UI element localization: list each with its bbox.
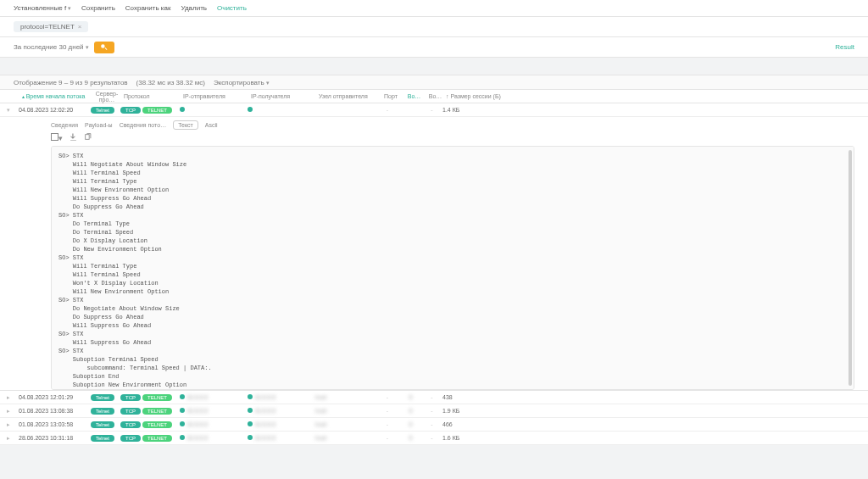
search-bar: За последние 30 дней Result bbox=[0, 37, 868, 58]
cell-server: Telnet bbox=[86, 107, 120, 114]
expand-icon[interactable]: ▸ bbox=[7, 394, 19, 401]
row-detail: Сведения Payload-ы Сведения пото… Текст … bbox=[0, 117, 868, 391]
cell-dst bbox=[248, 107, 315, 113]
col-src-ip[interactable]: IP-отправителя bbox=[183, 93, 251, 99]
view-toggle-icon[interactable]: ▾ bbox=[51, 133, 63, 142]
table-row[interactable]: ▸ 04.08.2023 12:01:29 Telnet TCPTELNET 1… bbox=[0, 391, 868, 404]
cell-size: 1.6 КБ bbox=[442, 435, 510, 441]
cell-time: 28.06.2023 10:31:18 bbox=[19, 435, 86, 441]
col-size[interactable]: ↑ Размер сессии (Б) bbox=[446, 93, 514, 99]
clear-button[interactable]: Очистить bbox=[217, 4, 247, 12]
result-summary: Отображение 9 – 9 из 9 результатов (38.3… bbox=[0, 75, 868, 90]
cell-out: - bbox=[421, 107, 442, 113]
col-endpoint[interactable]: Узел отправителя bbox=[319, 93, 378, 99]
filter-chip-label: protocol=TELNET bbox=[20, 23, 75, 31]
detail-tabs: Сведения Payload-ы Сведения пото… Текст … bbox=[51, 120, 854, 130]
download-icon[interactable] bbox=[70, 133, 77, 142]
detail-text[interactable]: SO> STX Will Negotiate About Window Size… bbox=[51, 146, 854, 390]
svg-rect-0 bbox=[86, 135, 90, 140]
cell-size: 1.9 КБ bbox=[442, 408, 510, 414]
table-row[interactable]: ▸ 28.06.2023 10:31:18 Telnet TCPTELNET 1… bbox=[0, 432, 868, 445]
tab-payloads[interactable]: Payload-ы bbox=[85, 122, 113, 128]
cell-src bbox=[180, 107, 248, 113]
saved-filters-dropdown[interactable]: Установленные f bbox=[14, 4, 71, 12]
top-toolbar: Установленные f Сохранить Сохранить как … bbox=[0, 0, 868, 17]
tab-ascii[interactable]: Ascii bbox=[205, 122, 218, 128]
remove-filter-icon[interactable]: × bbox=[78, 23, 82, 31]
col-dst-ip[interactable]: IP-получателя bbox=[251, 93, 319, 99]
col-server[interactable]: Сервер-про… bbox=[90, 91, 124, 103]
table-header: Время начала потока Сервер-про… Протокол… bbox=[0, 90, 868, 103]
tab-flow[interactable]: Сведения пото… bbox=[120, 122, 166, 128]
search-button[interactable] bbox=[94, 42, 114, 53]
result-count: Отображение 9 – 9 из 9 результатов bbox=[14, 79, 128, 86]
filter-chip[interactable]: protocol=TELNET × bbox=[14, 21, 88, 32]
delete-button[interactable]: Удалить bbox=[181, 4, 207, 12]
cell-port: - bbox=[375, 107, 400, 113]
expand-icon[interactable]: ▸ bbox=[7, 421, 19, 428]
cell-time: 01.08.2023 13:03:58 bbox=[19, 421, 86, 427]
result-link[interactable]: Result bbox=[835, 43, 854, 51]
col-bytes-out[interactable]: Во… bbox=[425, 93, 446, 99]
copy-icon[interactable] bbox=[84, 133, 92, 142]
cell-size: 466 bbox=[442, 421, 510, 427]
cell-size: 438 bbox=[442, 394, 510, 400]
tab-details[interactable]: Сведения bbox=[51, 122, 78, 128]
cell-protocol: TCPTELNET bbox=[120, 107, 180, 114]
cell-time: 04.08.2023 12:01:29 bbox=[19, 394, 86, 400]
collapse-icon[interactable]: ▾ bbox=[7, 107, 19, 114]
export-dropdown[interactable]: Экспортировать bbox=[214, 79, 270, 86]
table-row[interactable]: ▾ 04.08.2023 12:02:20 Telnet TCPTELNET -… bbox=[0, 103, 868, 117]
cell-time: 04.08.2023 12:02:20 bbox=[19, 107, 86, 113]
col-port[interactable]: Порт bbox=[378, 93, 403, 99]
col-time[interactable]: Время начала потока bbox=[22, 93, 90, 99]
col-protocol[interactable]: Протокол bbox=[124, 93, 183, 99]
save-as-button[interactable]: Сохранить как bbox=[125, 4, 171, 12]
cell-time: 01.08.2023 13:08:38 bbox=[19, 408, 86, 414]
cell-size: 1.4 КБ bbox=[442, 107, 510, 113]
expand-icon[interactable]: ▸ bbox=[7, 408, 19, 415]
filter-bar: protocol=TELNET × bbox=[0, 17, 868, 37]
table-row[interactable]: ▸ 01.08.2023 13:08:38 Telnet TCPTELNET 1… bbox=[0, 404, 868, 418]
save-button[interactable]: Сохранить bbox=[81, 4, 115, 12]
table-row[interactable]: ▸ 01.08.2023 13:03:58 Telnet TCPTELNET 1… bbox=[0, 418, 868, 432]
time-range-dropdown[interactable]: За последние 30 дней bbox=[14, 43, 89, 51]
tab-text[interactable]: Текст bbox=[173, 120, 198, 130]
result-time: (38.32 мс из 38.32 мс) bbox=[136, 79, 205, 86]
expand-icon[interactable]: ▸ bbox=[7, 435, 19, 442]
col-bytes-in[interactable]: Во… bbox=[403, 93, 425, 99]
search-icon bbox=[100, 43, 108, 51]
